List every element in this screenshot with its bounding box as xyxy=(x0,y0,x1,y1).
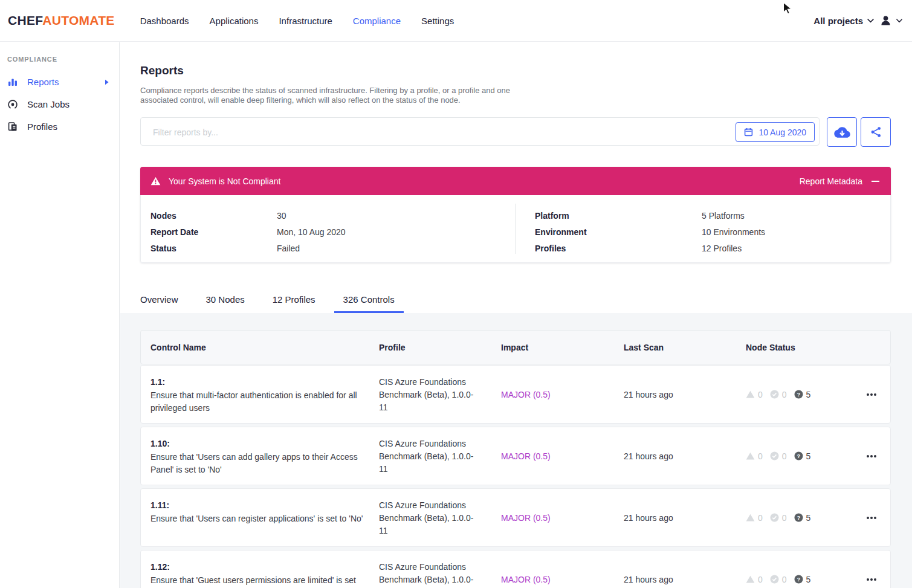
control-id: 1.1: xyxy=(150,376,370,389)
column-header-profile: Profile xyxy=(379,343,501,352)
sidebar-item-label: Scan Jobs xyxy=(27,99,70,109)
impact-cell: MAJOR (0.5) xyxy=(501,451,624,461)
share-icon xyxy=(870,126,882,138)
sidebar-item-label: Profiles xyxy=(27,121,57,132)
row-actions-cell xyxy=(867,390,893,399)
profile-cell: CIS Azure Foundations Benchmark (Beta), … xyxy=(379,366,482,414)
failed-count: 0 xyxy=(758,575,763,584)
metadata-right-column: Platform 5 Platforms Environment 10 Envi… xyxy=(535,207,765,256)
sidebar-item-reports[interactable]: Reports xyxy=(0,71,119,93)
nav-item-settings[interactable]: Settings xyxy=(421,16,454,26)
collapse-metadata-icon[interactable] xyxy=(872,181,879,182)
metadata-panel: Nodes 30 Report Date Mon, 10 Aug 2020 St… xyxy=(140,195,891,263)
question-circle-icon: ? xyxy=(794,575,803,584)
unknown-count: 5 xyxy=(806,513,811,523)
metadata-row-report-date: Report Date Mon, 10 Aug 2020 xyxy=(150,224,346,240)
metadata-value: 5 Platforms xyxy=(702,211,745,221)
user-icon xyxy=(879,15,892,27)
more-actions-icon xyxy=(870,393,873,396)
sidebar-item-scan-jobs[interactable]: Scan Jobs xyxy=(0,93,119,115)
failed-status-group: 0 xyxy=(746,451,763,461)
row-actions-cell xyxy=(867,451,893,461)
control-name-cell: 1.11: Ensure that 'Users can register ap… xyxy=(150,489,379,525)
control-description: Ensure that 'Users can register applicat… xyxy=(150,512,370,525)
more-actions-icon xyxy=(870,578,873,581)
svg-text:?: ? xyxy=(797,576,800,583)
sidebar-items: Reports Scan Jobs xyxy=(0,71,119,138)
controls-section: Control Name Profile Impact Last Scan No… xyxy=(120,313,912,588)
arrow-right-icon[interactable] xyxy=(105,79,109,85)
banner-message: Your System is Not Compliant xyxy=(169,176,280,186)
warning-triangle-icon xyxy=(746,452,755,460)
sidebar-item-label: Reports xyxy=(27,77,59,87)
control-name-cell: 1.1: Ensure that multi-factor authentica… xyxy=(150,366,379,415)
scan-jobs-icon xyxy=(7,99,18,110)
failed-count: 0 xyxy=(758,451,763,461)
profile-cell: CIS Azure Foundations Benchmark (Beta), … xyxy=(379,427,482,476)
failed-status-group: 0 xyxy=(746,390,763,399)
row-actions-button[interactable] xyxy=(867,513,876,523)
chef-automate-logo: CHEFAUTOMATE xyxy=(8,13,115,28)
metadata-label: Environment xyxy=(535,227,702,237)
row-actions-cell xyxy=(867,575,893,584)
metadata-row-environment: Environment 10 Environments xyxy=(535,224,765,240)
table-row[interactable]: 1.12: Ensure that 'Guest users permissio… xyxy=(140,550,891,588)
download-report-button[interactable] xyxy=(827,117,857,147)
nav-item-compliance[interactable]: Compliance xyxy=(353,16,401,26)
date-picker-button[interactable]: 10 Aug 2020 xyxy=(736,122,815,142)
share-report-button[interactable] xyxy=(861,117,891,147)
tab-nodes[interactable]: 30 Nodes xyxy=(206,289,245,313)
projects-filter-label: All projects xyxy=(813,16,863,26)
nav-item-applications[interactable]: Applications xyxy=(210,16,259,26)
column-header-node-status: Node Status xyxy=(746,343,867,352)
unknown-status-group: ? 5 xyxy=(794,390,811,399)
row-actions-button[interactable] xyxy=(867,390,876,399)
failed-status-group: 0 xyxy=(746,575,763,584)
tab-controls[interactable]: 326 Controls xyxy=(334,289,404,313)
nav-item-dashboards[interactable]: Dashboards xyxy=(140,16,189,26)
warning-triangle-icon xyxy=(746,514,755,522)
passed-status-group: 0 xyxy=(770,575,787,584)
column-header-impact: Impact xyxy=(501,343,624,352)
svg-text:?: ? xyxy=(797,453,800,459)
metadata-row-nodes: Nodes 30 xyxy=(150,207,346,224)
metadata-label: Nodes xyxy=(150,211,277,221)
tab-profiles[interactable]: 12 Profiles xyxy=(273,289,315,313)
row-actions-button[interactable] xyxy=(867,451,876,461)
cloud-download-icon xyxy=(834,126,850,139)
passed-status-group: 0 xyxy=(770,451,787,461)
svg-text:?: ? xyxy=(797,514,800,521)
user-menu[interactable] xyxy=(879,15,902,27)
projects-filter-dropdown[interactable]: All projects xyxy=(813,16,874,26)
logo-chef: CHEF xyxy=(8,13,42,27)
metadata-label: Report Date xyxy=(150,227,277,237)
last-scan-cell: 21 hours ago xyxy=(624,451,746,461)
table-row[interactable]: 1.11: Ensure that 'Users can register ap… xyxy=(140,488,891,547)
node-status-cell: 0 0 ? 5 xyxy=(746,575,867,584)
row-actions-button[interactable] xyxy=(867,575,876,584)
check-circle-icon xyxy=(770,575,779,584)
chevron-down-icon xyxy=(867,19,874,23)
nav-item-infrastructure[interactable]: Infrastructure xyxy=(279,16,332,26)
tab-overview[interactable]: Overview xyxy=(140,289,178,313)
table-row[interactable]: 1.10: Ensure that 'Users can add gallery… xyxy=(140,427,891,485)
control-name-cell: 1.12: Ensure that 'Guest users permissio… xyxy=(150,551,379,587)
page-title: Reports xyxy=(140,64,184,77)
logo-automate: AUTOMATE xyxy=(42,13,114,27)
control-name-cell: 1.10: Ensure that 'Users can add gallery… xyxy=(150,427,379,476)
sidebar-item-profiles[interactable]: Profiles xyxy=(0,115,119,138)
warning-triangle-icon xyxy=(746,390,755,398)
report-tabs: Overview 30 Nodes 12 Profiles 326 Contro… xyxy=(140,289,395,313)
more-actions-icon xyxy=(870,455,873,457)
controls-table: Control Name Profile Impact Last Scan No… xyxy=(140,330,891,588)
report-metadata-card: Your System is Not Compliant Report Meta… xyxy=(140,167,891,263)
filter-reports-input[interactable] xyxy=(152,118,692,146)
node-status-cell: 0 0 ? 5 xyxy=(746,513,867,523)
last-scan-cell: 21 hours ago xyxy=(624,513,746,523)
node-status-cell: 0 0 ? 5 xyxy=(746,390,867,399)
check-circle-icon xyxy=(770,390,779,399)
table-row[interactable]: 1.1: Ensure that multi-factor authentica… xyxy=(140,365,891,424)
unknown-count: 5 xyxy=(806,390,811,399)
chevron-down-icon xyxy=(896,19,902,23)
metadata-row-profiles: Profiles 12 Profiles xyxy=(535,240,765,256)
